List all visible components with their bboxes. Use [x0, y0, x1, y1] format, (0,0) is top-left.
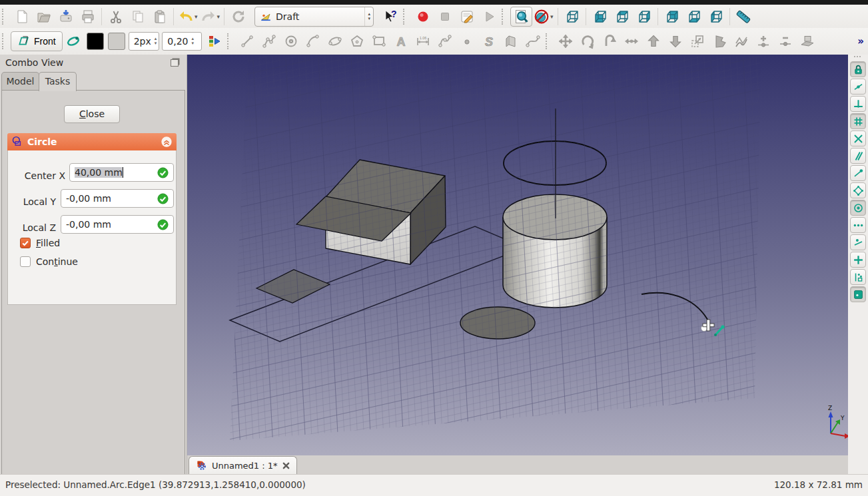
tab-model[interactable]: Model: [1, 72, 39, 90]
copy-button[interactable]: [127, 7, 149, 27]
draft-move-button[interactable]: [554, 31, 576, 51]
undo-button-dropdown-arrow[interactable]: ▾: [195, 13, 198, 20]
save-file-button[interactable]: [55, 7, 77, 27]
snap-endpoint-button[interactable]: [850, 165, 866, 181]
draft-point-button[interactable]: [456, 31, 478, 51]
apply-style-button[interactable]: [203, 31, 225, 51]
toolbar-handle[interactable]: [2, 33, 7, 49]
field-input-1[interactable]: -0,00 mm: [61, 189, 174, 208]
draw-style-button[interactable]: ▾: [532, 7, 555, 27]
open-file-button[interactable]: [33, 7, 55, 27]
macro-play-button[interactable]: [478, 7, 500, 27]
draft-scale-button[interactable]: [686, 31, 708, 51]
working-plane-button[interactable]: Front: [11, 31, 63, 51]
draft-trimex-button[interactable]: [620, 31, 642, 51]
snap-grid-button[interactable]: [850, 113, 866, 129]
view-right-button[interactable]: [633, 7, 655, 27]
snap-special-button[interactable]: [850, 269, 866, 285]
refresh-button[interactable]: [227, 7, 249, 27]
draft-bezier-button[interactable]: [522, 31, 544, 51]
draft-to-sketch-button[interactable]: [796, 31, 818, 51]
line-width-spinbox-arrows[interactable]: ▴▾: [155, 37, 157, 46]
snap-perpendicular-button[interactable]: [850, 96, 866, 112]
float-panel-icon[interactable]: [171, 59, 179, 67]
view-top-button[interactable]: [611, 7, 633, 27]
new-file-button[interactable]: [11, 7, 33, 27]
text-scale-spinbox[interactable]: 0,20▴▾: [162, 32, 202, 51]
draw-style-button-dropdown-arrow[interactable]: ▾: [550, 13, 554, 20]
snap-midpoint-button[interactable]: [850, 79, 866, 95]
collapse-task-icon[interactable]: [161, 136, 173, 148]
draft-edit-button[interactable]: [708, 31, 730, 51]
snap-ortho-button[interactable]: [850, 252, 866, 268]
filled-checkbox[interactable]: [20, 238, 31, 248]
view-bottom-button[interactable]: [683, 7, 705, 27]
draft-shapestring-button[interactable]: S: [478, 31, 500, 51]
draft-downgrade-button[interactable]: [664, 31, 686, 51]
toolbar-handle[interactable]: [403, 9, 408, 25]
toolbar-overflow-button[interactable]: »: [857, 35, 864, 47]
view-rear-button[interactable]: [661, 7, 683, 27]
close-tab-icon[interactable]: [282, 462, 290, 469]
toolbar-handle[interactable]: [2, 9, 7, 25]
snap-near-button[interactable]: [850, 234, 866, 250]
draft-bspline-button[interactable]: [434, 31, 456, 51]
fit-all-button[interactable]: [510, 7, 532, 27]
draft-offset-button[interactable]: [598, 31, 620, 51]
toolbar-handle[interactable]: [546, 33, 551, 49]
macro-stop-button[interactable]: [434, 7, 456, 27]
snap-working-plane-button[interactable]: [850, 286, 866, 302]
draft-ellipse-button[interactable]: [324, 31, 346, 51]
snap-extension-button[interactable]: [850, 217, 866, 233]
snap-toolbar-handle[interactable]: [854, 56, 861, 61]
line-width-spinbox[interactable]: 2px▴▾: [129, 32, 160, 51]
cut-button[interactable]: [105, 7, 127, 27]
draft-rotate-button[interactable]: [576, 31, 598, 51]
tab-tasks[interactable]: Tasks: [39, 72, 77, 91]
line-color-swatch[interactable]: [85, 31, 106, 51]
draft-dimension-button[interactable]: 1.06: [412, 31, 434, 51]
close-task-button[interactable]: Close: [64, 105, 120, 123]
toolbar-handle[interactable]: [227, 33, 232, 49]
draft-arc-button[interactable]: [302, 31, 324, 51]
combo-spin-arrows[interactable]: ▴▾: [364, 7, 371, 26]
print-button[interactable]: [77, 7, 99, 27]
draft-delete-point-button[interactable]: [774, 31, 796, 51]
workbench-selector[interactable]: Draft▴▾: [254, 7, 374, 27]
snap-intersection-button[interactable]: [850, 130, 866, 146]
measure-distance-button[interactable]: [733, 7, 755, 27]
view-left-button[interactable]: [705, 7, 727, 27]
draft-polyline-button[interactable]: [258, 31, 280, 51]
draft-facebinder-button[interactable]: [500, 31, 522, 51]
snap-angle-button[interactable]: [850, 182, 866, 198]
draft-rectangle-button[interactable]: [368, 31, 390, 51]
construction-mode-button[interactable]: [63, 31, 85, 51]
snap-center-button[interactable]: [850, 200, 866, 216]
field-input-0[interactable]: 40,00 mm: [69, 163, 174, 182]
circle-task-header[interactable]: Circle: [7, 133, 177, 150]
whats-this-button[interactable]: ?: [379, 7, 401, 27]
view-axonometric-button[interactable]: [561, 7, 583, 27]
draft-polygon-button[interactable]: [346, 31, 368, 51]
text-scale-spinbox-arrows[interactable]: ▴▾: [191, 37, 194, 46]
draft-add-point-button[interactable]: [752, 31, 774, 51]
snap-parallel-button[interactable]: [850, 148, 866, 164]
toolbar-handle[interactable]: [502, 9, 507, 25]
face-color-swatch[interactable]: [106, 31, 127, 51]
draft-line-button[interactable]: [236, 31, 258, 51]
draft-circle-button[interactable]: [280, 31, 302, 51]
draft-upgrade-button[interactable]: [642, 31, 664, 51]
redo-button-dropdown-arrow[interactable]: ▾: [217, 13, 220, 20]
field-input-2[interactable]: -0,00 mm: [61, 215, 174, 234]
paste-button[interactable]: [149, 7, 171, 27]
continue-checkbox[interactable]: [20, 256, 31, 267]
snap-lock-button[interactable]: [850, 61, 866, 77]
draft-text-button[interactable]: A: [390, 31, 412, 51]
redo-button[interactable]: ▾: [199, 7, 222, 27]
3d-viewport[interactable]: Z Y X: [187, 55, 848, 455]
view-front-button[interactable]: [589, 7, 611, 27]
macro-record-button[interactable]: [412, 7, 434, 27]
macro-edit-button[interactable]: [456, 7, 478, 27]
undo-button[interactable]: ▾: [177, 7, 199, 27]
document-tab[interactable]: Unnamed1 : 1*: [189, 456, 297, 474]
